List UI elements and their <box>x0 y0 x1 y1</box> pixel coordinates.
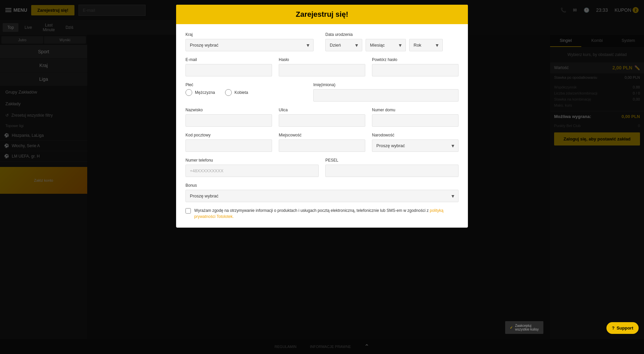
email-input[interactable] <box>185 64 272 76</box>
form-row-kraj-dob: Kraj Proszę wybrać ▼ Data urodzenia Dzie… <box>185 32 459 51</box>
phone-input[interactable] <box>185 165 319 177</box>
checkbox-zgoda-row: Wyrażam zgodę na otrzymywanie informacji… <box>185 208 459 220</box>
miejscowosc-label: Miejscowość <box>279 133 365 137</box>
pesel-label: PESEL <box>325 158 459 163</box>
form-row-plec-imie: Płeć Mężczyzna Kobieta Imię(imiona) <box>185 82 459 102</box>
modal-header: Zarejestruj się! <box>176 5 468 24</box>
form-group-ulica: Ulica <box>279 108 365 127</box>
form-row-phone-pesel: Numer telefonu PESEL <box>185 158 459 177</box>
radio-kobieta-input[interactable] <box>225 89 232 96</box>
ulica-input[interactable] <box>279 114 365 127</box>
form-group-bonus: Bonus Proszę wybrać ▼ <box>185 183 459 202</box>
kod-input[interactable] <box>185 139 272 152</box>
miejscowosc-input[interactable] <box>279 139 365 152</box>
radio-kobieta[interactable]: Kobieta <box>225 89 248 96</box>
plec-label: Płeć <box>185 82 307 87</box>
dzien-select[interactable]: Dzień <box>325 39 362 51</box>
dob-label: Data urodzenia <box>325 32 459 37</box>
zgoda-text: Wyrażam zgodę na otrzymywanie informacji… <box>194 208 459 220</box>
dob-miesiac-wrapper: Miesiąc ▼ <box>366 39 406 51</box>
form-group-miejscowosc: Miejscowość <box>279 133 365 152</box>
narodowosc-select[interactable]: Proszę wybrać <box>372 139 459 152</box>
mezczyzna-label: Mężczyzna <box>195 90 215 95</box>
form-row-nazwisko-ulica-numer: Nazwisko Ulica Numer domu <box>185 108 459 127</box>
zgoda-checkbox[interactable] <box>185 208 191 214</box>
support-button[interactable]: ? Support <box>606 322 639 334</box>
support-label: Support <box>616 326 633 331</box>
nazwisko-label: Nazwisko <box>185 108 272 112</box>
form-group-pesel: PESEL <box>325 158 459 177</box>
kobieta-label: Kobieta <box>234 90 248 95</box>
form-group-nazwisko: Nazwisko <box>185 108 272 127</box>
zaakceptuj-label: Zaakceptujwszystkie kulisy <box>515 324 539 331</box>
imie-label: Imię(imiona) <box>313 82 459 87</box>
kraj-select-wrapper: Proszę wybrać ▼ <box>185 39 314 51</box>
zaakceptuj-area: ✓ Zaakceptujwszystkie kulisy <box>505 321 543 334</box>
powtorz-input[interactable] <box>372 64 459 76</box>
dob-dzien-wrapper: Dzień ▼ <box>325 39 362 51</box>
email-label: E-mail <box>185 57 272 62</box>
powtorz-label: Powtórz hasło <box>372 57 459 62</box>
form-group-powtorz: Powtórz hasło <box>372 57 459 76</box>
registration-modal: Zarejestruj się! Kraj Proszę wybrać ▼ Da… <box>176 5 468 228</box>
checkmark-icon: ✓ <box>510 326 513 330</box>
miesiac-select[interactable]: Miesiąc <box>366 39 406 51</box>
imie-input[interactable] <box>313 89 459 102</box>
dob-row: Dzień ▼ Miesiąc ▼ Rok <box>325 39 459 51</box>
haslo-input[interactable] <box>279 64 365 76</box>
gender-row: Mężczyzna Kobieta <box>185 89 307 96</box>
kraj-select[interactable]: Proszę wybrać <box>185 39 314 51</box>
pesel-input[interactable] <box>325 165 459 177</box>
form-group-kod: Kod pocztowy <box>185 133 272 152</box>
support-icon: ? <box>612 326 614 331</box>
form-group-email: E-mail <box>185 57 272 76</box>
radio-mezczyzna-input[interactable] <box>185 89 192 96</box>
modal-body: Kraj Proszę wybrać ▼ Data urodzenia Dzie… <box>176 24 468 228</box>
ulica-label: Ulica <box>279 108 365 112</box>
bonus-select[interactable]: Proszę wybrać <box>185 190 459 202</box>
radio-mezczyzna[interactable]: Mężczyzna <box>185 89 215 96</box>
form-group-numer-domu: Numer domu <box>372 108 459 127</box>
numer-domu-label: Numer domu <box>372 108 459 112</box>
form-group-plec: Płeć Mężczyzna Kobieta <box>185 82 307 102</box>
form-group-imie: Imię(imiona) <box>313 82 459 102</box>
rok-select[interactable]: Rok <box>409 39 443 51</box>
nazwisko-input[interactable] <box>185 114 272 127</box>
haslo-label: Hasło <box>279 57 365 62</box>
modal-backdrop: Zarejestruj się! Kraj Proszę wybrać ▼ Da… <box>0 0 644 354</box>
form-row-email-haslo: E-mail Hasło Powtórz hasło <box>185 57 459 76</box>
form-group-narodowosc: Narodowość Proszę wybrać ▼ <box>372 133 459 152</box>
numer-domu-input[interactable] <box>372 114 459 127</box>
form-row-kod-miejscowosc-naro: Kod pocztowy Miejscowość Narodowość Pros… <box>185 133 459 152</box>
phone-label: Numer telefonu <box>185 158 319 163</box>
form-group-phone: Numer telefonu <box>185 158 319 177</box>
form-group-haslo: Hasło <box>279 57 365 76</box>
narodowosc-select-wrapper: Proszę wybrać ▼ <box>372 139 459 152</box>
form-group-kraj: Kraj Proszę wybrać ▼ <box>185 32 319 51</box>
bonus-label: Bonus <box>185 183 459 188</box>
form-group-dob: Data urodzenia Dzień ▼ Miesiąc <box>325 32 459 51</box>
modal-title: Zarejestruj się! <box>184 10 460 19</box>
dob-rok-wrapper: Rok ▼ <box>409 39 443 51</box>
zgoda-text-content: Wyrażam zgodę na otrzymywanie informacji… <box>194 208 429 213</box>
kod-label: Kod pocztowy <box>185 133 272 137</box>
kraj-label: Kraj <box>185 32 319 37</box>
narodowosc-label: Narodowość <box>372 133 459 137</box>
bonus-select-wrapper: Proszę wybrać ▼ <box>185 190 459 202</box>
